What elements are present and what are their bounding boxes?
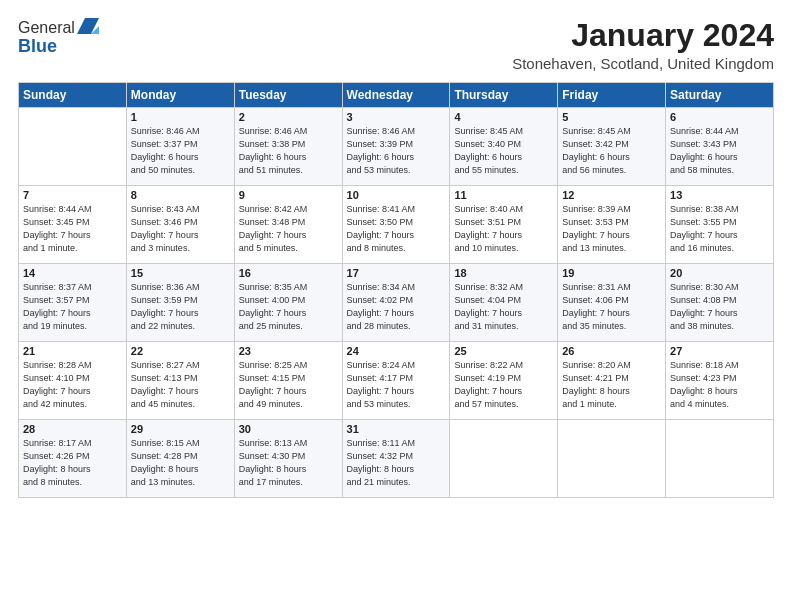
day-info: Sunrise: 8:36 AM Sunset: 3:59 PM Dayligh…: [131, 281, 230, 333]
day-number: 22: [131, 345, 230, 357]
day-number: 13: [670, 189, 769, 201]
day-number: 11: [454, 189, 553, 201]
day-number: 2: [239, 111, 338, 123]
month-title: January 2024: [512, 18, 774, 53]
header-thursday: Thursday: [450, 83, 558, 108]
calendar-week-row: 7Sunrise: 8:44 AM Sunset: 3:45 PM Daylig…: [19, 186, 774, 264]
day-info: Sunrise: 8:45 AM Sunset: 3:42 PM Dayligh…: [562, 125, 661, 177]
table-row: 4Sunrise: 8:45 AM Sunset: 3:40 PM Daylig…: [450, 108, 558, 186]
day-number: 19: [562, 267, 661, 279]
table-row: 27Sunrise: 8:18 AM Sunset: 4:23 PM Dayli…: [666, 342, 774, 420]
day-info: Sunrise: 8:17 AM Sunset: 4:26 PM Dayligh…: [23, 437, 122, 489]
day-number: 4: [454, 111, 553, 123]
header-saturday: Saturday: [666, 83, 774, 108]
day-info: Sunrise: 8:20 AM Sunset: 4:21 PM Dayligh…: [562, 359, 661, 411]
day-info: Sunrise: 8:44 AM Sunset: 3:43 PM Dayligh…: [670, 125, 769, 177]
header-sunday: Sunday: [19, 83, 127, 108]
header-monday: Monday: [126, 83, 234, 108]
day-number: 24: [347, 345, 446, 357]
day-info: Sunrise: 8:15 AM Sunset: 4:28 PM Dayligh…: [131, 437, 230, 489]
day-number: 23: [239, 345, 338, 357]
day-number: 30: [239, 423, 338, 435]
calendar-week-row: 14Sunrise: 8:37 AM Sunset: 3:57 PM Dayli…: [19, 264, 774, 342]
table-row: 29Sunrise: 8:15 AM Sunset: 4:28 PM Dayli…: [126, 420, 234, 498]
table-row: 12Sunrise: 8:39 AM Sunset: 3:53 PM Dayli…: [558, 186, 666, 264]
table-row: 16Sunrise: 8:35 AM Sunset: 4:00 PM Dayli…: [234, 264, 342, 342]
logo-blue-text: Blue: [18, 36, 57, 57]
day-info: Sunrise: 8:28 AM Sunset: 4:10 PM Dayligh…: [23, 359, 122, 411]
table-row: 25Sunrise: 8:22 AM Sunset: 4:19 PM Dayli…: [450, 342, 558, 420]
logo: General Blue: [18, 18, 99, 57]
day-info: Sunrise: 8:40 AM Sunset: 3:51 PM Dayligh…: [454, 203, 553, 255]
calendar-week-row: 28Sunrise: 8:17 AM Sunset: 4:26 PM Dayli…: [19, 420, 774, 498]
table-row: 11Sunrise: 8:40 AM Sunset: 3:51 PM Dayli…: [450, 186, 558, 264]
day-number: 21: [23, 345, 122, 357]
day-number: 10: [347, 189, 446, 201]
day-number: 17: [347, 267, 446, 279]
day-info: Sunrise: 8:32 AM Sunset: 4:04 PM Dayligh…: [454, 281, 553, 333]
table-row: 15Sunrise: 8:36 AM Sunset: 3:59 PM Dayli…: [126, 264, 234, 342]
day-number: 16: [239, 267, 338, 279]
day-info: Sunrise: 8:31 AM Sunset: 4:06 PM Dayligh…: [562, 281, 661, 333]
day-info: Sunrise: 8:46 AM Sunset: 3:37 PM Dayligh…: [131, 125, 230, 177]
day-info: Sunrise: 8:27 AM Sunset: 4:13 PM Dayligh…: [131, 359, 230, 411]
day-info: Sunrise: 8:24 AM Sunset: 4:17 PM Dayligh…: [347, 359, 446, 411]
day-info: Sunrise: 8:39 AM Sunset: 3:53 PM Dayligh…: [562, 203, 661, 255]
header-friday: Friday: [558, 83, 666, 108]
day-info: Sunrise: 8:46 AM Sunset: 3:39 PM Dayligh…: [347, 125, 446, 177]
table-row: 3Sunrise: 8:46 AM Sunset: 3:39 PM Daylig…: [342, 108, 450, 186]
table-row: 7Sunrise: 8:44 AM Sunset: 3:45 PM Daylig…: [19, 186, 127, 264]
header-tuesday: Tuesday: [234, 83, 342, 108]
table-row: 13Sunrise: 8:38 AM Sunset: 3:55 PM Dayli…: [666, 186, 774, 264]
calendar-table: Sunday Monday Tuesday Wednesday Thursday…: [18, 82, 774, 498]
table-row: 30Sunrise: 8:13 AM Sunset: 4:30 PM Dayli…: [234, 420, 342, 498]
table-row: 20Sunrise: 8:30 AM Sunset: 4:08 PM Dayli…: [666, 264, 774, 342]
day-number: 29: [131, 423, 230, 435]
day-number: 3: [347, 111, 446, 123]
day-info: Sunrise: 8:43 AM Sunset: 3:46 PM Dayligh…: [131, 203, 230, 255]
day-number: 5: [562, 111, 661, 123]
day-number: 27: [670, 345, 769, 357]
day-number: 1: [131, 111, 230, 123]
table-row: 9Sunrise: 8:42 AM Sunset: 3:48 PM Daylig…: [234, 186, 342, 264]
day-info: Sunrise: 8:25 AM Sunset: 4:15 PM Dayligh…: [239, 359, 338, 411]
day-number: 7: [23, 189, 122, 201]
table-row: 26Sunrise: 8:20 AM Sunset: 4:21 PM Dayli…: [558, 342, 666, 420]
location-subtitle: Stonehaven, Scotland, United Kingdom: [512, 55, 774, 72]
day-number: 18: [454, 267, 553, 279]
calendar-week-row: 1Sunrise: 8:46 AM Sunset: 3:37 PM Daylig…: [19, 108, 774, 186]
day-info: Sunrise: 8:45 AM Sunset: 3:40 PM Dayligh…: [454, 125, 553, 177]
day-info: Sunrise: 8:38 AM Sunset: 3:55 PM Dayligh…: [670, 203, 769, 255]
table-row: 17Sunrise: 8:34 AM Sunset: 4:02 PM Dayli…: [342, 264, 450, 342]
day-info: Sunrise: 8:35 AM Sunset: 4:00 PM Dayligh…: [239, 281, 338, 333]
day-info: Sunrise: 8:22 AM Sunset: 4:19 PM Dayligh…: [454, 359, 553, 411]
table-row: 24Sunrise: 8:24 AM Sunset: 4:17 PM Dayli…: [342, 342, 450, 420]
table-row: 31Sunrise: 8:11 AM Sunset: 4:32 PM Dayli…: [342, 420, 450, 498]
day-number: 6: [670, 111, 769, 123]
title-block: January 2024 Stonehaven, Scotland, Unite…: [512, 18, 774, 72]
table-row: 1Sunrise: 8:46 AM Sunset: 3:37 PM Daylig…: [126, 108, 234, 186]
table-row: 19Sunrise: 8:31 AM Sunset: 4:06 PM Dayli…: [558, 264, 666, 342]
logo-general-text: General: [18, 19, 75, 37]
calendar-week-row: 21Sunrise: 8:28 AM Sunset: 4:10 PM Dayli…: [19, 342, 774, 420]
table-row: 21Sunrise: 8:28 AM Sunset: 4:10 PM Dayli…: [19, 342, 127, 420]
day-number: 26: [562, 345, 661, 357]
day-info: Sunrise: 8:37 AM Sunset: 3:57 PM Dayligh…: [23, 281, 122, 333]
header-wednesday: Wednesday: [342, 83, 450, 108]
day-info: Sunrise: 8:46 AM Sunset: 3:38 PM Dayligh…: [239, 125, 338, 177]
day-info: Sunrise: 8:13 AM Sunset: 4:30 PM Dayligh…: [239, 437, 338, 489]
day-info: Sunrise: 8:41 AM Sunset: 3:50 PM Dayligh…: [347, 203, 446, 255]
calendar-page: General Blue January 2024 Stonehaven, Sc…: [0, 0, 792, 612]
day-info: Sunrise: 8:34 AM Sunset: 4:02 PM Dayligh…: [347, 281, 446, 333]
table-row: 6Sunrise: 8:44 AM Sunset: 3:43 PM Daylig…: [666, 108, 774, 186]
table-row: [558, 420, 666, 498]
table-row: 18Sunrise: 8:32 AM Sunset: 4:04 PM Dayli…: [450, 264, 558, 342]
day-number: 12: [562, 189, 661, 201]
table-row: 14Sunrise: 8:37 AM Sunset: 3:57 PM Dayli…: [19, 264, 127, 342]
day-number: 14: [23, 267, 122, 279]
day-info: Sunrise: 8:42 AM Sunset: 3:48 PM Dayligh…: [239, 203, 338, 255]
logo-icon: [77, 18, 99, 34]
day-number: 31: [347, 423, 446, 435]
table-row: 8Sunrise: 8:43 AM Sunset: 3:46 PM Daylig…: [126, 186, 234, 264]
day-number: 20: [670, 267, 769, 279]
